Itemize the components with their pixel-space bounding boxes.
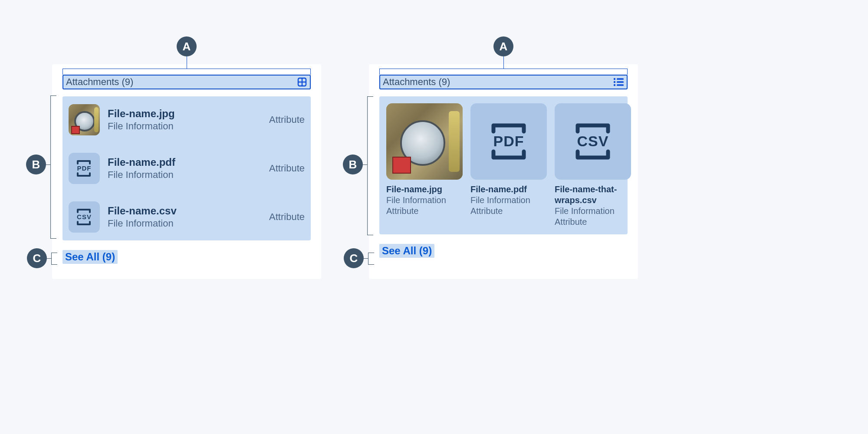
- attachment-info: File Information: [108, 218, 269, 229]
- attachment-card[interactable]: File-name.jpg File Information Attribute: [386, 103, 463, 227]
- svg-rect-10: [617, 84, 624, 86]
- attachments-grid: File-name.jpg File Information Attribute…: [379, 96, 628, 234]
- attachment-attribute: Attribute: [555, 217, 631, 227]
- annotation-label: A: [500, 40, 508, 53]
- attachment-thumbnail-image: [386, 103, 463, 180]
- attachment-card[interactable]: PDF File-name.pdf File Information Attri…: [470, 103, 547, 227]
- attachment-attribute: Attribute: [269, 114, 305, 125]
- svg-rect-6: [617, 78, 624, 80]
- annotation-line: [503, 56, 504, 69]
- annotation-badge-b: B: [26, 155, 46, 174]
- view-toggle-list-icon[interactable]: [613, 77, 624, 87]
- attachment-info: File Information: [555, 206, 631, 217]
- view-toggle-grid-icon[interactable]: [297, 77, 307, 87]
- annotation-badge-c: C: [27, 248, 47, 268]
- attachment-info: File Information: [108, 169, 269, 181]
- attachment-info: File Information: [108, 121, 269, 132]
- svg-text:CSV: CSV: [77, 213, 92, 220]
- attachment-info: File Information: [386, 195, 463, 206]
- annotation-bracket: [62, 69, 311, 75]
- annotation-line: [187, 56, 187, 69]
- svg-point-7: [614, 81, 615, 83]
- annotation-badge-a: A: [177, 36, 197, 56]
- attachment-card[interactable]: CSV File-name-that-wraps.csv File Inform…: [555, 103, 631, 227]
- attachments-panel-list: Attachments (9) File-name.jpg File Infor…: [52, 64, 321, 279]
- attachment-info: File Information: [470, 195, 547, 206]
- svg-rect-8: [617, 81, 624, 83]
- attachment-attribute: Attribute: [269, 163, 305, 174]
- annotation-badge-b: B: [343, 155, 363, 174]
- annotation-label: A: [183, 40, 191, 53]
- attachment-filename: File-name.csv: [108, 205, 269, 217]
- see-all-link[interactable]: See All (9): [379, 244, 434, 258]
- svg-text:PDF: PDF: [77, 164, 92, 172]
- attachment-row[interactable]: PDF File-name.pdf File Information Attri…: [67, 145, 306, 192]
- annotation-label: B: [349, 158, 357, 171]
- attachment-row[interactable]: File-name.jpg File Information Attribute: [67, 96, 306, 143]
- annotation-bracket: [367, 96, 373, 235]
- attachment-filename: File-name-that-wraps.csv: [555, 184, 631, 206]
- attachment-filename: File-name.pdf: [108, 156, 269, 168]
- annotation-bracket: [50, 95, 56, 239]
- attachment-filename: File-name.jpg: [386, 184, 463, 195]
- svg-text:CSV: CSV: [577, 133, 609, 149]
- svg-point-9: [614, 84, 615, 86]
- annotation-badge-a: A: [493, 36, 513, 56]
- attachments-title: Attachments (9): [383, 76, 450, 88]
- attachment-thumbnail-pdf: PDF: [470, 103, 547, 180]
- attachment-text: File-name.pdf File Information: [108, 156, 269, 181]
- svg-text:PDF: PDF: [493, 133, 524, 149]
- attachments-header: Attachments (9): [62, 75, 311, 89]
- attachment-thumbnail-image: [69, 104, 100, 135]
- attachment-thumbnail-csv: CSV: [69, 201, 100, 233]
- annotation-bracket: [368, 253, 374, 265]
- see-all-link[interactable]: See All (9): [62, 250, 118, 264]
- attachment-thumbnail-pdf: PDF: [69, 153, 100, 184]
- attachment-text: File-name.jpg File Information: [108, 108, 269, 132]
- attachment-thumbnail-csv: CSV: [555, 103, 631, 180]
- attachments-title: Attachments (9): [66, 76, 133, 88]
- annotation-label: C: [350, 252, 358, 265]
- attachment-filename: File-name.pdf: [470, 184, 547, 195]
- attachments-panel-grid: Attachments (9) File-name.jpg File Infor…: [369, 64, 638, 279]
- annotation-badge-c: C: [344, 248, 364, 268]
- annotation-label: B: [32, 158, 40, 171]
- attachment-attribute: Attribute: [470, 206, 547, 217]
- attachment-text: File-name.csv File Information: [108, 205, 269, 229]
- attachments-header: Attachments (9): [379, 75, 628, 89]
- attachment-attribute: Attribute: [269, 211, 305, 223]
- annotation-bracket: [379, 69, 628, 75]
- annotation-bracket: [51, 253, 57, 265]
- attachment-row[interactable]: CSV File-name.csv File Information Attri…: [67, 194, 306, 240]
- attachment-filename: File-name.jpg: [108, 108, 269, 120]
- attachment-attribute: Attribute: [386, 206, 463, 217]
- svg-point-5: [614, 78, 615, 80]
- annotation-label: C: [33, 252, 41, 265]
- attachments-list: File-name.jpg File Information Attribute…: [62, 96, 311, 240]
